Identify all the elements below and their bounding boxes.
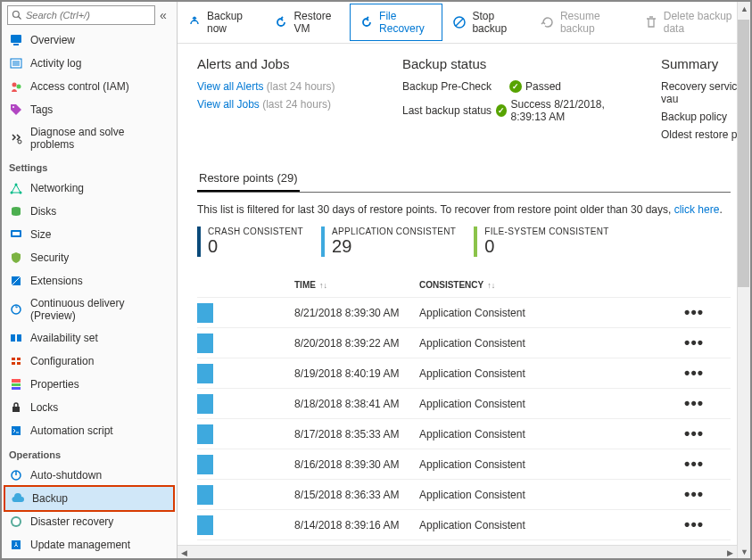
activity-icon	[9, 56, 23, 70]
sidebar-item-avail[interactable]: Availability set	[2, 326, 177, 350]
row-menu-button[interactable]: •••	[677, 328, 731, 358]
scroll-right-icon[interactable]: ▶	[723, 546, 737, 558]
sidebar-item-label: Properties	[30, 378, 79, 391]
jobs-suffix: (last 24 hours)	[262, 98, 331, 111]
restore-vm-button[interactable]: Restore VM	[264, 4, 350, 41]
svg-point-10	[12, 106, 14, 108]
scroll-down-icon[interactable]: ▼	[738, 545, 750, 558]
svg-rect-27	[12, 383, 21, 386]
sidebar-item-tags[interactable]: Tags	[2, 98, 177, 121]
table-row[interactable]: 8/20/2018 8:39:22 AMApplication Consiste…	[197, 328, 731, 358]
sidebar-item-config[interactable]: Configuration	[2, 350, 177, 373]
sidebar-item-networking[interactable]: Networking	[2, 177, 177, 200]
row-menu-button[interactable]: •••	[677, 510, 731, 540]
svg-point-8	[12, 83, 17, 87]
sort-icon[interactable]: ↑↓	[487, 281, 495, 290]
backup-now-label: Backup now	[207, 10, 254, 35]
sidebar-item-overview[interactable]: Overview	[2, 29, 177, 52]
sidebar-item-label: Size	[30, 228, 51, 241]
svg-rect-29	[12, 407, 20, 412]
resume-backup-button: Resume backup	[531, 4, 634, 41]
sidebar-item-props[interactable]: Properties	[2, 373, 177, 396]
svg-point-12	[15, 184, 18, 186]
cd-icon	[9, 302, 23, 317]
sidebar-item-iam[interactable]: Access control (IAM)	[2, 75, 177, 98]
sidebar-item-size[interactable]: Size	[2, 223, 177, 246]
svg-rect-23	[17, 358, 21, 360]
sidebar-item-locks[interactable]: Locks	[2, 396, 177, 419]
stat-app-label: APPLICATION CONSISTENT	[332, 226, 456, 236]
table-row[interactable]: 8/17/2018 8:35:33 AMApplication Consiste…	[197, 419, 731, 449]
scroll-left-icon[interactable]: ◀	[178, 546, 191, 558]
scroll-up-icon[interactable]: ▲	[738, 2, 750, 15]
scroll-thumb[interactable]	[738, 20, 749, 287]
sidebar-item-backup[interactable]: Backup	[4, 485, 175, 512]
last-backup-label: Last backup status	[402, 104, 496, 117]
stat-fs-consistent: FILE-SYSTEM CONSISTENT 0	[474, 226, 608, 257]
settings-header: Settings	[2, 155, 177, 177]
row-menu-button[interactable]: •••	[677, 419, 731, 449]
check-icon	[509, 80, 522, 93]
table-row[interactable]: 8/18/2018 8:38:41 AMApplication Consiste…	[197, 389, 731, 419]
filter-message: This list is filtered for last 30 days o…	[197, 203, 731, 216]
view-all-alerts-link[interactable]: View all Alerts	[197, 80, 263, 93]
sidebar-item-extensions[interactable]: Extensions	[2, 269, 177, 292]
sidebar-item-label: Extensions	[30, 275, 83, 287]
sidebar-item-disks[interactable]: Disks	[2, 200, 177, 223]
row-menu-button[interactable]: •••	[677, 480, 731, 510]
sidebar-item-label: Networking	[30, 182, 84, 194]
col-consistency[interactable]: CONSISTENCY	[419, 280, 483, 290]
table-row[interactable]: 8/21/2018 8:39:30 AMApplication Consiste…	[197, 298, 731, 328]
tab-restore-points[interactable]: Restore points (29)	[197, 166, 300, 192]
sort-icon[interactable]: ↑↓	[319, 281, 327, 290]
cell-consistency: Application Consistent	[414, 298, 677, 328]
consistency-marker-icon	[197, 364, 213, 383]
search-input[interactable]	[26, 10, 151, 21]
collapse-sidebar-icon[interactable]: «	[155, 8, 171, 22]
avail-icon	[9, 331, 23, 345]
delete-backup-button: Delete backup data	[634, 4, 750, 41]
search-box[interactable]	[7, 5, 155, 25]
stop-backup-label: Stop backup	[472, 10, 521, 35]
table-row[interactable]: 8/16/2018 8:39:30 AMApplication Consiste…	[197, 449, 731, 480]
svg-point-13	[11, 192, 13, 194]
row-menu-button[interactable]: •••	[677, 389, 731, 419]
table-row[interactable]: 8/19/2018 8:40:19 AMApplication Consiste…	[197, 358, 731, 389]
table-row[interactable]: 8/15/2018 8:36:33 AMApplication Consiste…	[197, 480, 731, 510]
view-all-jobs-link[interactable]: View all Jobs	[197, 98, 260, 111]
sidebar-item-script[interactable]: Automation script	[2, 419, 177, 442]
table-row[interactable]: 8/14/2018 8:39:16 AMApplication Consiste…	[197, 510, 731, 540]
delete-backup-label: Delete backup data	[664, 10, 740, 35]
sidebar-item-security[interactable]: Security	[2, 246, 177, 269]
sidebar-item-activity[interactable]: Activity log	[2, 52, 177, 75]
locks-icon	[9, 400, 23, 415]
sidebar-item-update[interactable]: Update management	[2, 533, 177, 556]
click-here-link[interactable]: click here	[674, 203, 720, 216]
svg-rect-28	[12, 387, 21, 390]
sidebar-item-diagnose[interactable]: Diagnose and solve problems	[2, 121, 177, 155]
stop-backup-button[interactable]: Stop backup	[442, 4, 531, 41]
horizontal-scrollbar[interactable]: ◀ ▶	[178, 545, 737, 558]
consistency-marker-icon	[197, 394, 213, 414]
precheck-value: Passed	[525, 80, 561, 93]
sidebar-item-cd[interactable]: Continuous delivery (Preview)	[2, 292, 177, 326]
col-time[interactable]: TIME	[294, 280, 316, 290]
sidebar-item-shutdown[interactable]: Auto-shutdown	[2, 464, 177, 487]
row-menu-button[interactable]: •••	[677, 358, 731, 389]
tags-icon	[9, 103, 23, 117]
extensions-icon	[9, 274, 23, 288]
sidebar-item-dr[interactable]: Disaster recovery	[2, 510, 177, 533]
row-menu-button[interactable]: •••	[677, 449, 731, 480]
row-menu-button[interactable]: •••	[677, 298, 731, 328]
sidebar-item-label: Automation script	[30, 424, 113, 437]
consistency-marker-icon	[197, 515, 213, 535]
cell-time: 8/16/2018 8:39:30 AM	[289, 449, 414, 480]
vertical-scrollbar[interactable]: ▲ ▼	[737, 2, 750, 558]
file-recovery-button[interactable]: File Recovery	[350, 4, 442, 41]
svg-point-9	[17, 85, 21, 89]
backup-now-button[interactable]: Backup now	[178, 4, 264, 41]
cell-time: 8/15/2018 8:36:33 AM	[289, 480, 414, 510]
cell-time: 8/21/2018 8:39:30 AM	[289, 298, 414, 328]
stat-crash-value: 0	[208, 236, 303, 257]
diagnose-icon	[9, 131, 23, 145]
